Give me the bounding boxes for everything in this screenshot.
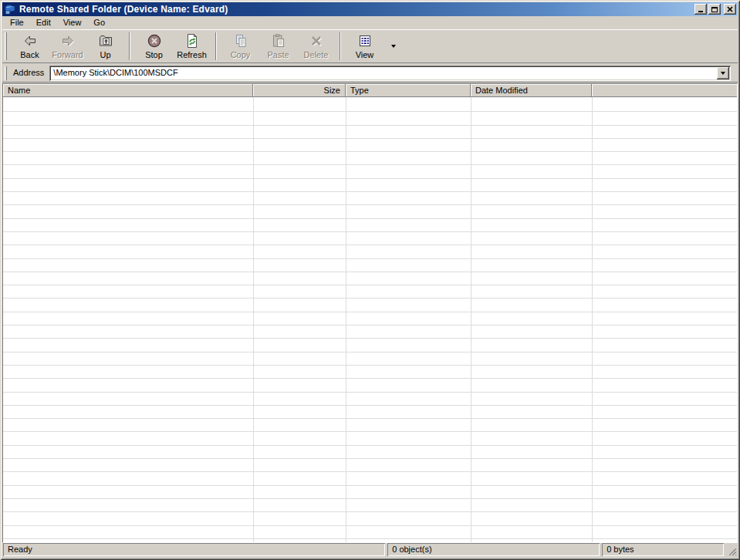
stop-icon [147,33,162,49]
back-arrow-icon [22,33,38,49]
menu-go[interactable]: Go [87,16,111,29]
paste-icon [271,33,286,49]
forward-button[interactable]: Forward [49,32,86,61]
view-button[interactable]: View [346,32,384,61]
maximize-button[interactable] [708,4,721,15]
refresh-icon [184,33,200,49]
menu-bar: File Edit View Go [2,16,738,29]
toolbar-separator [129,32,130,60]
refresh-label: Refresh [177,50,207,59]
column-header-date-modified[interactable]: Date Modified [471,84,592,97]
app-icon[interactable] [4,3,16,15]
menu-view[interactable]: View [57,16,88,29]
menu-file[interactable]: File [4,16,30,29]
chevron-down-icon [391,45,396,48]
copy-icon [233,33,248,49]
stop-button[interactable]: Stop [135,32,173,61]
status-text: Ready [3,543,385,556]
status-bar-end [726,543,737,556]
column-headers: Name Size Type Date Modified [3,84,737,97]
address-bar: Address [2,64,738,83]
minimize-button[interactable] [694,4,707,15]
forward-arrow-icon [60,33,76,49]
column-header-name[interactable]: Name [3,84,253,97]
up-label: Up [100,50,110,59]
toolbar-grip[interactable] [5,32,7,60]
title-bar[interactable]: Remote Shared Folder (Device Name: Edvar… [2,2,738,16]
app-window: Remote Shared Folder (Device Name: Edvar… [0,0,740,560]
maximize-icon [711,7,718,12]
close-icon [727,6,733,12]
shared-folder-icon [4,3,16,15]
status-bar: Ready 0 object(s) 0 bytes [2,541,738,558]
stop-label: Stop [145,50,163,59]
close-button[interactable] [724,4,736,15]
toolbar: Back Forward Up Stop [2,29,738,63]
folder-up-icon [98,33,113,49]
paste-label: Paste [267,50,289,59]
copy-button[interactable]: Copy [221,32,259,61]
column-header-filler [592,84,737,97]
resize-grip-icon[interactable] [726,545,737,556]
view-label: View [356,50,374,59]
back-button[interactable]: Back [11,32,49,61]
refresh-button[interactable]: Refresh [173,32,211,61]
address-label: Address [11,68,49,78]
forward-label: Forward [52,50,83,59]
delete-label: Delete [304,50,329,59]
menu-edit[interactable]: Edit [30,16,57,29]
paste-button[interactable]: Paste [259,32,297,61]
address-dropdown-button[interactable] [717,67,729,79]
file-list-view: Name Size Type Date Modified [2,83,738,543]
view-list-icon [357,33,373,49]
chevron-down-icon [721,72,725,75]
back-label: Back [20,50,39,59]
column-header-size[interactable]: Size [253,84,346,97]
toolbar-separator [340,32,341,60]
view-dropdown-button[interactable] [387,32,400,61]
file-list-body[interactable] [3,97,737,542]
window-title: Remote Shared Folder (Device Name: Edvar… [19,4,228,15]
minimize-icon [698,11,703,12]
window-controls [693,4,736,15]
column-header-type[interactable]: Type [346,84,471,97]
toolbar-separator [215,32,217,60]
delete-button[interactable]: Delete [297,32,335,61]
address-bar-grip[interactable] [5,66,7,80]
address-combobox [49,66,731,81]
address-input[interactable] [51,68,717,79]
delete-x-icon [309,33,324,49]
status-total-size: 0 bytes [602,543,724,556]
copy-label: Copy [231,50,251,59]
up-button[interactable]: Up [86,32,124,61]
status-object-count: 0 object(s) [387,543,600,556]
